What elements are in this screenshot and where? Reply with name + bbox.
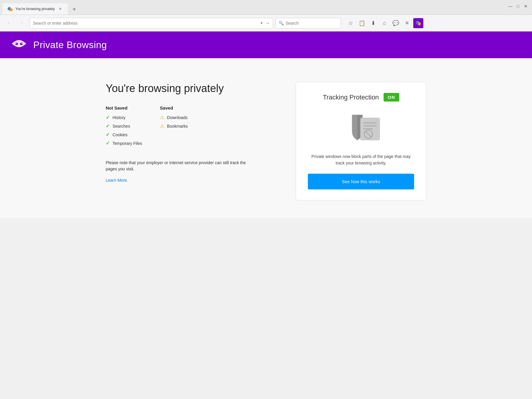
private-header-title: Private Browsing <box>33 39 107 50</box>
close-button[interactable]: ✕ <box>523 4 528 9</box>
home-button[interactable]: ⌂ <box>379 18 390 28</box>
forward-icon: › <box>21 20 23 26</box>
search-icon: 🔍 <box>279 21 284 26</box>
see-how-button[interactable]: See how this works <box>308 174 414 189</box>
back-button[interactable]: ‹ <box>4 18 14 28</box>
minimize-button[interactable]: — <box>508 4 513 9</box>
check-icon: ✓ <box>106 123 110 129</box>
privacy-lists: Not Saved ✓ History ✓ Searches ✓ Cookies… <box>106 105 272 149</box>
chat-icon: 💬 <box>392 20 399 26</box>
maximize-button[interactable]: □ <box>515 4 521 9</box>
chat-button[interactable]: 💬 <box>391 18 401 28</box>
tab-bar: 🎭 You're browsing privately ✕ + <box>2 3 80 15</box>
list-item: ⚠ Downloads <box>160 115 188 120</box>
go-button[interactable]: → <box>265 20 270 26</box>
warning-icon: ⚠ <box>160 123 164 129</box>
list-item: ✓ Searches <box>106 123 142 129</box>
tab-favicon: 🎭 <box>7 6 13 12</box>
menu-button[interactable]: ≡ <box>402 18 412 28</box>
new-tab-button[interactable]: + <box>69 4 80 15</box>
pocket-button[interactable]: ⬇ <box>368 18 378 28</box>
list-item: ✓ Cookies <box>106 132 142 137</box>
list-item: ⚠ Bookmarks <box>160 123 188 129</box>
tracking-description: Private windows now block parts of the p… <box>308 153 414 167</box>
searches-label: Searches <box>113 124 130 129</box>
search-bar[interactable]: 🔍 <box>276 18 341 28</box>
tab-title: You're browsing privately <box>15 7 55 11</box>
tracking-card: Tracking Protection ON <box>296 82 426 200</box>
privacy-note: Please note that your employer or Intern… <box>106 160 254 172</box>
tracking-title: Tracking Protection <box>323 94 379 101</box>
back-icon: ‹ <box>8 20 10 26</box>
toolbar-icons: ☆ 📋 ⬇ ⌂ 💬 ≡ 🎭 <box>346 18 423 28</box>
private-mode-button[interactable]: 🎭 <box>413 18 423 28</box>
dropdown-icon[interactable]: ▼ <box>260 21 263 25</box>
not-saved-column: Not Saved ✓ History ✓ Searches ✓ Cookies… <box>106 105 142 149</box>
hamburger-icon: ≡ <box>406 20 409 26</box>
pocket-icon: ⬇ <box>371 20 376 26</box>
check-icon: ✓ <box>106 140 110 146</box>
private-header: Private Browsing <box>0 31 532 58</box>
temp-files-label: Temporary Files <box>113 141 142 146</box>
left-panel: You're browsing privately Not Saved ✓ Hi… <box>106 82 272 183</box>
check-icon: ✓ <box>106 115 110 120</box>
address-bar[interactable]: ▼ → <box>30 18 273 28</box>
right-panel: Tracking Protection ON <box>296 82 426 200</box>
tracking-header: Tracking Protection ON <box>308 93 414 102</box>
downloads-label: Downloads <box>167 115 188 120</box>
tracking-illustration <box>337 110 385 146</box>
search-input[interactable] <box>286 21 327 26</box>
star-icon: ☆ <box>348 20 353 26</box>
list-item: ✓ Temporary Files <box>106 140 142 146</box>
favorite-button[interactable]: ☆ <box>346 18 356 28</box>
history-label: History <box>113 115 126 120</box>
home-icon: ⌂ <box>383 20 386 26</box>
header-mask-icon <box>12 38 26 52</box>
warning-icon: ⚠ <box>160 115 164 120</box>
check-icon: ✓ <box>106 132 110 137</box>
active-tab[interactable]: 🎭 You're browsing privately ✕ <box>2 3 68 15</box>
not-saved-heading: Not Saved <box>106 105 142 110</box>
bookmarks-label: Bookmarks <box>167 124 188 129</box>
window-controls: — □ ✕ <box>508 4 528 9</box>
saved-column: Saved ⚠ Downloads ⚠ Bookmarks <box>160 105 188 149</box>
main-content: You're browsing privately Not Saved ✓ Hi… <box>0 58 532 218</box>
list-item: ✓ History <box>106 115 142 120</box>
tracking-status-badge: ON <box>384 93 399 102</box>
forward-button[interactable]: › <box>17 18 27 28</box>
tab-close-button[interactable]: ✕ <box>58 6 63 12</box>
private-mask-icon: 🎭 <box>415 20 421 26</box>
address-input[interactable] <box>33 21 258 26</box>
nav-bar: ‹ › ▼ → 🔍 ☆ 📋 ⬇ ⌂ 💬 ≡ 🎭 <box>0 15 532 31</box>
learn-more-link[interactable]: Learn More. <box>106 178 128 183</box>
reading-list-icon: 📋 <box>359 20 365 26</box>
reading-list-button[interactable]: 📋 <box>357 18 367 28</box>
title-bar: 🎭 You're browsing privately ✕ + — □ ✕ <box>0 0 532 15</box>
main-heading: You're browsing privately <box>106 82 272 95</box>
saved-heading: Saved <box>160 105 188 110</box>
cookies-label: Cookies <box>113 132 128 137</box>
